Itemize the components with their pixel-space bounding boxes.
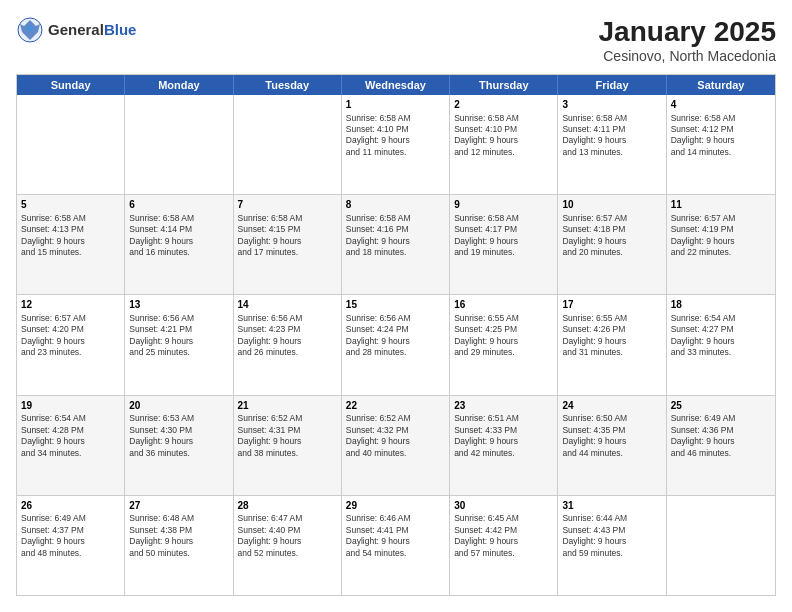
day-number: 12 (21, 298, 120, 312)
cell-info: and 36 minutes. (129, 448, 228, 459)
cell-info: Sunrise: 6:46 AM (346, 513, 445, 524)
cell-info: Daylight: 9 hours (562, 135, 661, 146)
day-number: 14 (238, 298, 337, 312)
cell-info: Daylight: 9 hours (346, 135, 445, 146)
cell-info: and 12 minutes. (454, 147, 553, 158)
day-number: 9 (454, 198, 553, 212)
cell-info: Sunset: 4:28 PM (21, 425, 120, 436)
cell-info: Sunset: 4:19 PM (671, 224, 771, 235)
weekday-header-friday: Friday (558, 75, 666, 95)
calendar-cell (17, 95, 125, 194)
cell-info: Sunrise: 6:44 AM (562, 513, 661, 524)
cell-info: Sunrise: 6:55 AM (562, 313, 661, 324)
day-number: 23 (454, 399, 553, 413)
calendar-row-0: 1Sunrise: 6:58 AMSunset: 4:10 PMDaylight… (17, 95, 775, 194)
cell-info: Daylight: 9 hours (671, 436, 771, 447)
calendar-cell (234, 95, 342, 194)
cell-info: Sunrise: 6:58 AM (21, 213, 120, 224)
calendar-cell: 23Sunrise: 6:51 AMSunset: 4:33 PMDayligh… (450, 396, 558, 495)
weekday-header-saturday: Saturday (667, 75, 775, 95)
day-number: 27 (129, 499, 228, 513)
calendar-cell: 8Sunrise: 6:58 AMSunset: 4:16 PMDaylight… (342, 195, 450, 294)
calendar-cell: 30Sunrise: 6:45 AMSunset: 4:42 PMDayligh… (450, 496, 558, 595)
calendar-cell: 12Sunrise: 6:57 AMSunset: 4:20 PMDayligh… (17, 295, 125, 394)
day-number: 7 (238, 198, 337, 212)
cell-info: Daylight: 9 hours (238, 336, 337, 347)
cell-info: Sunrise: 6:45 AM (454, 513, 553, 524)
cell-info: Sunrise: 6:58 AM (129, 213, 228, 224)
calendar-cell: 13Sunrise: 6:56 AMSunset: 4:21 PMDayligh… (125, 295, 233, 394)
cell-info: Sunset: 4:10 PM (454, 124, 553, 135)
cell-info: and 31 minutes. (562, 347, 661, 358)
cell-info: and 44 minutes. (562, 448, 661, 459)
day-number: 21 (238, 399, 337, 413)
cell-info: Daylight: 9 hours (671, 336, 771, 347)
calendar-cell: 24Sunrise: 6:50 AMSunset: 4:35 PMDayligh… (558, 396, 666, 495)
cell-info: Sunrise: 6:55 AM (454, 313, 553, 324)
cell-info: and 11 minutes. (346, 147, 445, 158)
cell-info: Sunrise: 6:52 AM (346, 413, 445, 424)
day-number: 16 (454, 298, 553, 312)
calendar: SundayMondayTuesdayWednesdayThursdayFrid… (16, 74, 776, 596)
cell-info: Sunrise: 6:47 AM (238, 513, 337, 524)
cell-info: Sunset: 4:37 PM (21, 525, 120, 536)
cell-info: Daylight: 9 hours (562, 536, 661, 547)
calendar-cell: 27Sunrise: 6:48 AMSunset: 4:38 PMDayligh… (125, 496, 233, 595)
cell-info: Daylight: 9 hours (346, 436, 445, 447)
cell-info: and 59 minutes. (562, 548, 661, 559)
cell-info: Sunset: 4:41 PM (346, 525, 445, 536)
cell-info: Sunrise: 6:58 AM (562, 113, 661, 124)
calendar-cell: 11Sunrise: 6:57 AMSunset: 4:19 PMDayligh… (667, 195, 775, 294)
cell-info: Sunset: 4:27 PM (671, 324, 771, 335)
cell-info: Sunrise: 6:56 AM (238, 313, 337, 324)
cell-info: Sunset: 4:33 PM (454, 425, 553, 436)
cell-info: and 57 minutes. (454, 548, 553, 559)
calendar-cell: 15Sunrise: 6:56 AMSunset: 4:24 PMDayligh… (342, 295, 450, 394)
cell-info: Sunrise: 6:58 AM (346, 213, 445, 224)
page: GeneralBlue January 2025 Cesinovo, North… (0, 0, 792, 612)
cell-info: Daylight: 9 hours (454, 236, 553, 247)
calendar-cell: 20Sunrise: 6:53 AMSunset: 4:30 PMDayligh… (125, 396, 233, 495)
cell-info: Daylight: 9 hours (238, 436, 337, 447)
cell-info: Sunset: 4:18 PM (562, 224, 661, 235)
day-number: 31 (562, 499, 661, 513)
calendar-body: 1Sunrise: 6:58 AMSunset: 4:10 PMDaylight… (17, 95, 775, 595)
cell-info: Sunset: 4:24 PM (346, 324, 445, 335)
cell-info: Sunset: 4:13 PM (21, 224, 120, 235)
day-number: 24 (562, 399, 661, 413)
cell-info: and 19 minutes. (454, 247, 553, 258)
calendar-cell: 17Sunrise: 6:55 AMSunset: 4:26 PMDayligh… (558, 295, 666, 394)
cell-info: Sunset: 4:36 PM (671, 425, 771, 436)
cell-info: Sunrise: 6:51 AM (454, 413, 553, 424)
day-number: 1 (346, 98, 445, 112)
calendar-cell: 1Sunrise: 6:58 AMSunset: 4:10 PMDaylight… (342, 95, 450, 194)
calendar-cell: 7Sunrise: 6:58 AMSunset: 4:15 PMDaylight… (234, 195, 342, 294)
cell-info: Daylight: 9 hours (238, 236, 337, 247)
cell-info: Sunrise: 6:58 AM (346, 113, 445, 124)
calendar-cell: 26Sunrise: 6:49 AMSunset: 4:37 PMDayligh… (17, 496, 125, 595)
cell-info: and 34 minutes. (21, 448, 120, 459)
cell-info: Sunset: 4:15 PM (238, 224, 337, 235)
cell-info: Daylight: 9 hours (671, 236, 771, 247)
cell-info: Sunset: 4:43 PM (562, 525, 661, 536)
calendar-cell: 22Sunrise: 6:52 AMSunset: 4:32 PMDayligh… (342, 396, 450, 495)
calendar-row-4: 26Sunrise: 6:49 AMSunset: 4:37 PMDayligh… (17, 495, 775, 595)
cell-info: Daylight: 9 hours (238, 536, 337, 547)
cell-info: Sunset: 4:17 PM (454, 224, 553, 235)
day-number: 15 (346, 298, 445, 312)
cell-info: and 17 minutes. (238, 247, 337, 258)
cell-info: Sunset: 4:23 PM (238, 324, 337, 335)
day-number: 22 (346, 399, 445, 413)
calendar-row-3: 19Sunrise: 6:54 AMSunset: 4:28 PMDayligh… (17, 395, 775, 495)
header: GeneralBlue January 2025 Cesinovo, North… (16, 16, 776, 64)
calendar-cell: 14Sunrise: 6:56 AMSunset: 4:23 PMDayligh… (234, 295, 342, 394)
cell-info: and 15 minutes. (21, 247, 120, 258)
day-number: 5 (21, 198, 120, 212)
day-number: 20 (129, 399, 228, 413)
day-number: 19 (21, 399, 120, 413)
calendar-cell: 9Sunrise: 6:58 AMSunset: 4:17 PMDaylight… (450, 195, 558, 294)
cell-info: and 18 minutes. (346, 247, 445, 258)
cell-info: Sunset: 4:14 PM (129, 224, 228, 235)
cell-info: Sunrise: 6:48 AM (129, 513, 228, 524)
weekday-header-wednesday: Wednesday (342, 75, 450, 95)
